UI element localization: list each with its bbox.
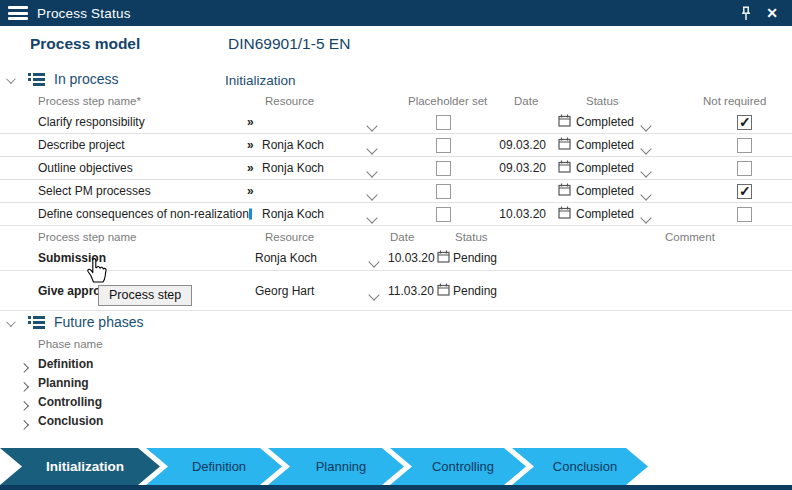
placeholder-set-checkbox[interactable] <box>436 115 451 130</box>
resource-value[interactable]: Ronja Koch <box>262 207 324 221</box>
step-name: Clarify responsibility <box>38 115 145 129</box>
status-value: Pending <box>453 284 497 298</box>
status-value[interactable]: Completed <box>576 115 634 129</box>
date-value[interactable]: 10.03.20 <box>470 207 546 221</box>
col-date: Date <box>390 231 414 243</box>
not-required-checkbox[interactable] <box>737 138 752 153</box>
step-name: Describe project <box>38 138 125 152</box>
col-placeholder-set: Placeholder set <box>408 95 487 107</box>
phase-chevron-initialization[interactable]: Initialization <box>0 448 160 485</box>
future-phases-title[interactable]: Future phases <box>54 314 144 330</box>
status-value[interactable]: Completed <box>576 207 634 221</box>
phase-chevron-definition[interactable]: Definition <box>146 448 282 485</box>
list-icon <box>28 315 45 329</box>
current-phase-label: Initialization <box>225 73 296 88</box>
window-bottom-edge <box>0 485 792 490</box>
in-process-title[interactable]: In process <box>54 71 119 87</box>
col-date: Date <box>514 95 538 107</box>
date-value[interactable]: 10.03.20 <box>388 251 435 265</box>
status-value: Pending <box>453 251 497 265</box>
close-icon[interactable]: ✕ <box>762 3 782 23</box>
not-required-checkbox[interactable] <box>737 207 752 222</box>
pin-icon[interactable] <box>736 3 756 23</box>
date-value[interactable]: 09.03.20 <box>470 161 546 175</box>
resource-assign-icon[interactable]: » <box>247 115 254 129</box>
resource-value[interactable]: Georg Hart <box>255 284 314 298</box>
resource-state-icon[interactable] <box>249 209 252 220</box>
col-process-step-name: Process step name <box>38 231 136 243</box>
table-row: Outline objectives » Ronja Koch 09.03.20… <box>0 157 792 180</box>
tooltip: Process step <box>98 285 192 306</box>
resource-assign-icon[interactable]: » <box>247 138 254 152</box>
placeholder-set-checkbox[interactable] <box>436 184 451 199</box>
list-icon <box>28 72 45 86</box>
calendar-icon[interactable] <box>558 114 571 130</box>
window-title: Process Status <box>37 6 131 21</box>
status-value[interactable]: Completed <box>576 138 634 152</box>
col-comment: Comment <box>665 231 715 243</box>
date-value[interactable]: 11.03.20 <box>388 284 434 298</box>
phase-chevron-controlling[interactable]: Controlling <box>390 448 526 485</box>
phase-name[interactable]: Controlling <box>38 395 102 409</box>
step-name: Define consequences of non-realization <box>38 207 249 221</box>
collapse-icon[interactable] <box>6 318 18 327</box>
in-process-section-header: In process <box>0 71 119 87</box>
col-process-step-name: Process step name* <box>38 95 141 107</box>
resource-value[interactable]: Ronja Koch <box>262 161 324 175</box>
process-model-label: Process model <box>30 35 140 53</box>
table-row: Define consequences of non-realization R… <box>0 203 792 226</box>
window-titlebar: Process Status ✕ <box>0 0 792 26</box>
process-model-value[interactable]: DIN69901/1-5 EN <box>228 35 350 53</box>
calendar-icon[interactable] <box>558 137 571 153</box>
phase-name[interactable]: Definition <box>38 357 93 371</box>
resource-assign-icon[interactable]: » <box>247 161 254 175</box>
col-phase-name: Phase name <box>38 338 103 350</box>
expand-icon[interactable] <box>20 415 29 433</box>
placeholder-set-checkbox[interactable] <box>436 138 451 153</box>
table-row: Describe project » Ronja Koch 09.03.20 C… <box>0 134 792 157</box>
not-required-checkbox[interactable] <box>737 115 752 130</box>
calendar-icon[interactable] <box>437 250 450 266</box>
col-not-required: Not required <box>703 95 766 107</box>
resource-value[interactable]: Ronja Koch <box>262 138 324 152</box>
placeholder-set-checkbox[interactable] <box>436 207 451 222</box>
table-row: Clarify responsibility » Completed <box>0 111 792 134</box>
calendar-icon[interactable] <box>437 283 450 299</box>
menu-icon[interactable] <box>8 6 28 20</box>
phase-chevron-planning[interactable]: Planning <box>268 448 404 485</box>
date-value[interactable]: 09.03.20 <box>470 138 546 152</box>
future-phases-section-header: Future phases <box>0 314 144 330</box>
resource-assign-icon[interactable]: » <box>247 184 254 198</box>
calendar-icon[interactable] <box>558 183 571 199</box>
table-row: Submission Ronja Koch 10.03.20 Pending <box>0 245 792 271</box>
status-value[interactable]: Completed <box>576 184 634 198</box>
process-status-window: Process Status ✕ Process model DIN69901/… <box>0 0 792 490</box>
not-required-checkbox[interactable] <box>737 184 752 199</box>
col-resource: Resource <box>265 95 314 107</box>
col-status: Status <box>586 95 619 107</box>
status-value[interactable]: Completed <box>576 161 634 175</box>
list-item: Definition <box>0 354 792 373</box>
hand-cursor-icon <box>85 256 108 288</box>
calendar-icon[interactable] <box>558 160 571 176</box>
phase-progress-bar: Initialization Definition Planning Contr… <box>0 448 792 485</box>
not-required-checkbox[interactable] <box>737 161 752 176</box>
step-name: Outline objectives <box>38 161 133 175</box>
list-item: Planning <box>0 373 792 392</box>
list-item: Conclusion <box>0 411 792 430</box>
placeholder-set-checkbox[interactable] <box>436 161 451 176</box>
list-item: Controlling <box>0 392 792 411</box>
table-row: Select PM processes » Completed <box>0 180 792 203</box>
resource-value[interactable]: Ronja Koch <box>255 251 317 265</box>
phase-name[interactable]: Planning <box>38 376 89 390</box>
calendar-icon[interactable] <box>558 206 571 222</box>
step-name: Select PM processes <box>38 184 151 198</box>
phase-chevron-conclusion[interactable]: Conclusion <box>512 448 648 485</box>
col-resource: Resource <box>265 231 314 243</box>
collapse-icon[interactable] <box>6 75 18 84</box>
phase-name[interactable]: Conclusion <box>38 414 103 428</box>
col-status: Status <box>455 231 488 243</box>
